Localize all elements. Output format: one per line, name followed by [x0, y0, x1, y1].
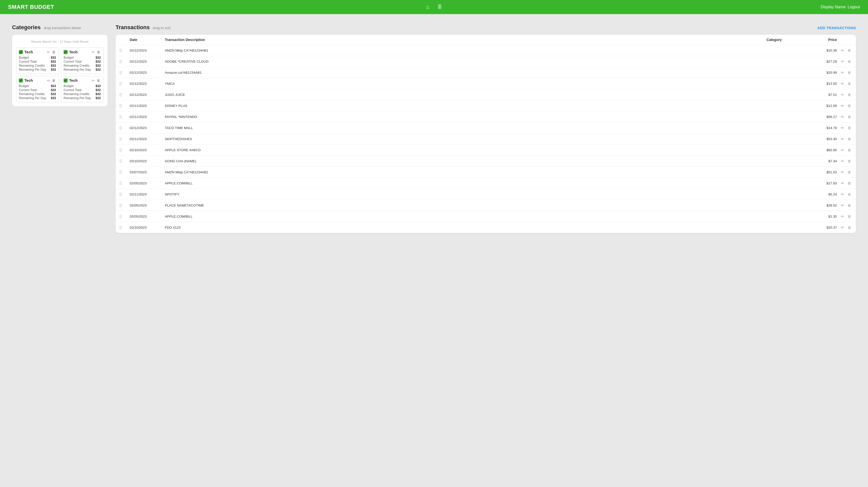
drag-handle-7[interactable] — [120, 126, 130, 130]
category-delete-btn-2[interactable]: 🗑 — [52, 79, 56, 83]
cell-date-15: 02/05/2023 — [130, 214, 165, 218]
row-delete-btn-11[interactable]: 🗑 — [847, 170, 852, 175]
row-delete-btn-9[interactable]: 🗑 — [847, 148, 852, 152]
cell-price-16: $20.37 — [807, 226, 837, 229]
drag-handle-14[interactable] — [120, 204, 130, 207]
logout-button[interactable]: Logout — [848, 5, 860, 9]
drag-handle-13[interactable] — [120, 193, 130, 196]
drag-handle-9[interactable] — [120, 148, 130, 152]
drag-handle-8[interactable] — [120, 137, 130, 141]
categories-title: Categories — [12, 24, 41, 31]
transactions-subtitle: drag to sort — [153, 26, 170, 30]
category-item: Tech ✏ 🗑 Budget$32 Current Total$32 Rema… — [61, 76, 103, 103]
cell-date-1: 02/12/2023 — [130, 60, 165, 63]
row-edit-btn-12[interactable]: ✏ — [840, 180, 845, 186]
row-delete-btn-5[interactable]: 🗑 — [847, 104, 852, 108]
category-checkbox-3[interactable] — [64, 79, 68, 83]
row-edit-btn-7[interactable]: ✏ — [840, 125, 845, 131]
cell-date-11: 02/07/2023 — [130, 170, 165, 174]
row-delete-btn-2[interactable]: 🗑 — [847, 70, 852, 75]
drag-handle-15[interactable] — [120, 215, 130, 218]
drag-handle-6[interactable] — [120, 115, 130, 118]
budget-label: Budget — [19, 56, 29, 59]
row-delete-btn-15[interactable]: 🗑 — [847, 214, 852, 219]
drag-handle-11[interactable] — [120, 171, 130, 174]
drag-handle-0[interactable] — [120, 49, 130, 52]
category-delete-btn-1[interactable]: 🗑 — [96, 50, 101, 54]
cell-date-2: 02/12/2023 — [130, 71, 165, 75]
category-checkbox-0[interactable] — [19, 50, 23, 54]
row-edit-btn-2[interactable]: ✏ — [840, 70, 845, 76]
table-row: 02/11/2023 SKIPTHEDISHES $53.30 ✏ 🗑 — [116, 134, 856, 145]
row-delete-btn-6[interactable]: 🗑 — [847, 114, 852, 119]
cell-desc-8: SKIPTHEDISHES — [165, 137, 767, 141]
cell-actions-10: ✏ 🗑 — [837, 158, 852, 164]
home-icon[interactable]: ⌂ — [426, 4, 429, 10]
cell-actions-0: ✏ 🗑 — [837, 48, 852, 53]
row-delete-btn-7[interactable]: 🗑 — [847, 125, 852, 130]
drag-handle-4[interactable] — [120, 93, 130, 96]
cell-actions-16: ✏ 🗑 — [837, 225, 852, 230]
current-total-label: Current Total — [64, 60, 82, 63]
row-edit-btn-15[interactable]: ✏ — [840, 213, 845, 219]
row-edit-btn-0[interactable]: ✏ — [840, 48, 845, 53]
row-edit-btn-13[interactable]: ✏ — [840, 192, 845, 197]
category-delete-btn-3[interactable]: 🗑 — [96, 79, 101, 83]
cell-actions-1: ✏ 🗑 — [837, 59, 852, 64]
row-edit-btn-14[interactable]: ✏ — [840, 202, 845, 208]
row-edit-btn-11[interactable]: ✏ — [840, 169, 845, 175]
category-checkbox-1[interactable] — [64, 50, 68, 54]
row-edit-btn-4[interactable]: ✏ — [840, 92, 845, 97]
remaining-credits-val: $32 — [51, 64, 56, 67]
cell-desc-5: DISNEY PLUS — [165, 104, 767, 108]
drag-handle-3[interactable] — [120, 82, 130, 85]
drag-handle-16[interactable] — [120, 226, 130, 229]
row-delete-btn-16[interactable]: 🗑 — [847, 225, 852, 230]
category-delete-btn-0[interactable]: 🗑 — [52, 50, 56, 54]
category-edit-btn-2[interactable]: ✏ — [46, 79, 51, 83]
row-delete-btn-13[interactable]: 🗑 — [847, 192, 852, 197]
remaining-credits-label: Remaining Credits — [64, 64, 90, 67]
row-edit-btn-16[interactable]: ✏ — [840, 225, 845, 230]
row-delete-btn-8[interactable]: 🗑 — [847, 137, 852, 141]
row-delete-btn-3[interactable]: 🗑 — [847, 81, 852, 86]
row-delete-btn-0[interactable]: 🗑 — [847, 48, 852, 53]
category-checkbox-2[interactable] — [19, 79, 23, 83]
remaining-credits-val: $32 — [95, 92, 101, 96]
row-delete-btn-10[interactable]: 🗑 — [847, 159, 852, 164]
row-edit-btn-1[interactable]: ✏ — [840, 59, 845, 64]
row-delete-btn-1[interactable]: 🗑 — [847, 59, 852, 64]
reset-bar: Resets March 1st - 12 Days Until Reset — [16, 39, 103, 45]
category-edit-btn-1[interactable]: ✏ — [91, 50, 95, 54]
row-edit-btn-10[interactable]: ✏ — [840, 158, 845, 164]
row-edit-btn-5[interactable]: ✏ — [840, 103, 845, 109]
cell-actions-14: ✏ 🗑 — [837, 202, 852, 208]
cell-date-13: 02/11/2023 — [130, 193, 165, 196]
remaining-per-day-val: $32 — [95, 96, 101, 100]
database-icon[interactable]: 🗄 — [437, 4, 442, 10]
drag-handle-12[interactable] — [120, 182, 130, 185]
row-delete-btn-14[interactable]: 🗑 — [847, 203, 852, 208]
cell-price-8: $53.30 — [807, 137, 837, 141]
row-edit-btn-6[interactable]: ✏ — [840, 114, 845, 120]
remaining-per-day-label: Remaining Per Day — [64, 68, 91, 71]
drag-handle-2[interactable] — [120, 71, 130, 74]
current-total-val: $32 — [95, 88, 101, 92]
add-transactions-button[interactable]: ADD TRANSACTIONS — [817, 26, 856, 30]
drag-handle-5[interactable] — [120, 104, 130, 107]
category-edit-btn-0[interactable]: ✏ — [46, 50, 51, 54]
drag-handle-1[interactable] — [120, 60, 130, 63]
category-edit-btn-3[interactable]: ✏ — [91, 79, 95, 83]
app-header: SMART BUDGET ⌂ 🗄 Display Name Logout — [0, 0, 868, 14]
row-edit-btn-9[interactable]: ✏ — [840, 147, 845, 153]
categories-grid: Tech ✏ 🗑 Budget$32 Current Total$32 Rema… — [16, 48, 103, 103]
drag-handle-10[interactable] — [120, 160, 130, 163]
row-edit-btn-8[interactable]: ✏ — [840, 136, 845, 142]
row-delete-btn-12[interactable]: 🗑 — [847, 181, 852, 185]
cell-desc-2: Amazon.ca*AB1234AB1 — [165, 71, 767, 75]
category-actions-1: ✏ 🗑 — [91, 50, 101, 54]
cell-actions-12: ✏ 🗑 — [837, 180, 852, 186]
row-edit-btn-3[interactable]: ✏ — [840, 81, 845, 87]
row-delete-btn-4[interactable]: 🗑 — [847, 92, 852, 97]
remaining-per-day-val: $32 — [51, 96, 56, 100]
